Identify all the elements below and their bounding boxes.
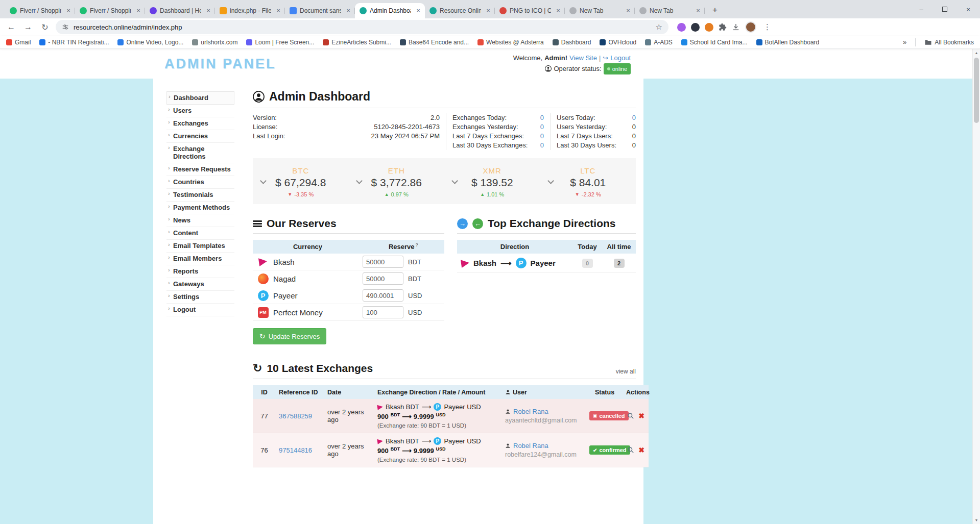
bookmark-star-icon[interactable]: ☆ [656, 22, 662, 32]
extension-icon-3[interactable] [705, 23, 713, 32]
tab-close-icon[interactable]: × [134, 7, 142, 15]
forward-button[interactable]: → [22, 21, 34, 33]
browser-tab[interactable]: New Tab × [635, 3, 705, 18]
bookmark-item[interactable]: Dashboard [553, 39, 591, 46]
bookmark-item[interactable]: urlshortx.com [192, 39, 237, 46]
bookmark-item[interactable]: A-ADS [645, 39, 673, 46]
reference-id-link[interactable]: 975144816 [279, 446, 312, 454]
sidebar-item-logout[interactable]: Logout [166, 304, 234, 316]
logout-link[interactable]: Logout [610, 54, 631, 63]
all-bookmarks-button[interactable]: All Bookmarks [924, 39, 974, 46]
scroll-down-arrow[interactable]: ▼ [973, 516, 980, 524]
delete-exchange-button[interactable]: ✖ [638, 446, 644, 454]
bookmark-item[interactable]: Gmail [6, 39, 31, 46]
sidebar-item-dashboard[interactable]: Dashboard [166, 91, 234, 105]
info-count-link[interactable]: 0 [540, 132, 544, 141]
tab-close-icon[interactable]: × [554, 7, 562, 15]
arrow-right-circle-icon[interactable]: → [457, 218, 468, 229]
window-maximize-button[interactable] [933, 0, 957, 18]
window-close-button[interactable]: × [957, 0, 980, 18]
browser-tab[interactable]: Fiverr / Shopping × [5, 3, 75, 18]
sidebar-item-news[interactable]: News [166, 214, 234, 227]
site-settings-icon[interactable] [62, 23, 69, 31]
view-exchange-button[interactable] [627, 446, 634, 454]
browser-tab-active[interactable]: Admin Dashboar... × [355, 3, 425, 18]
bookmark-item[interactable]: EzineArticles Submi... [323, 39, 391, 46]
page-scrollbar[interactable]: ▲ ▼ [972, 49, 980, 524]
reserve-amount-input[interactable] [363, 256, 403, 268]
browser-tab[interactable]: Document sans ti... × [285, 3, 355, 18]
address-bar[interactable]: resourcetech.online/admin/index.php ☆ [56, 20, 668, 34]
window-minimize-button[interactable]: – [910, 0, 933, 18]
sidebar-item-email-templates[interactable]: Email Templates [166, 240, 234, 253]
bookmark-item[interactable]: Base64 Encode and... [400, 39, 469, 46]
scrollbar-thumb[interactable] [974, 58, 979, 123]
profile-avatar[interactable] [745, 21, 756, 33]
browser-tab[interactable]: PNG to ICO | Clou... × [495, 3, 565, 18]
tab-close-icon[interactable]: × [64, 7, 73, 15]
sidebar-item-email-members[interactable]: Email Members [166, 253, 234, 265]
sidebar-item-countries[interactable]: Countries [166, 176, 234, 189]
reference-id-link[interactable]: 367588259 [279, 412, 312, 420]
sidebar-item-gateways[interactable]: Gateways [166, 278, 234, 291]
info-count-link[interactable]: 0 [632, 113, 636, 122]
url-text[interactable]: resourcetech.online/admin/index.php [74, 23, 651, 31]
bookmark-item[interactable]: School Id Card Ima... [681, 39, 748, 46]
bookmark-item[interactable]: Loom | Free Screen... [246, 39, 314, 46]
browser-tab[interactable]: index.php - Files... × [215, 3, 285, 18]
extensions-puzzle-icon[interactable] [719, 23, 727, 31]
sidebar-item-testimonials[interactable]: Testimonials [166, 189, 234, 202]
sidebar-item-content[interactable]: Content [166, 227, 234, 240]
sidebar-item-label: Reserve Requests [173, 165, 231, 173]
info-count-link[interactable]: 0 [540, 122, 544, 132]
bookmark-item[interactable]: Online Video, Logo... [117, 39, 183, 46]
extension-icon-1[interactable] [677, 23, 686, 32]
reload-button[interactable]: ↻ [39, 21, 51, 33]
view-site-link[interactable]: View Site [569, 54, 597, 63]
sidebar-item-settings[interactable]: Settings [166, 291, 234, 304]
sidebar-item-exchanges[interactable]: Exchanges [166, 117, 234, 130]
extension-icon-2[interactable] [691, 23, 700, 32]
browser-tab[interactable]: Resource Online... × [425, 3, 495, 18]
tab-close-icon[interactable]: × [344, 7, 352, 15]
site-logo[interactable]: ADMIN PANEL [164, 56, 276, 72]
bookmark-item[interactable]: OVHcloud [600, 39, 636, 46]
bookmarks-overflow-icon[interactable]: » [903, 38, 906, 46]
tab-close-icon[interactable]: × [484, 7, 492, 15]
back-button[interactable]: ← [5, 21, 17, 33]
sidebar-item-users[interactable]: Users [166, 105, 234, 117]
reserve-amount-input[interactable] [363, 272, 403, 285]
tab-close-icon[interactable]: × [694, 7, 702, 15]
browser-tab[interactable]: Dashboard | Hosti... × [145, 3, 215, 18]
view-exchange-button[interactable] [627, 412, 634, 419]
view-all-link[interactable]: view all [616, 368, 636, 375]
sidebar-item-reports[interactable]: Reports [166, 265, 234, 278]
sidebar-item-currencies[interactable]: Currencies [166, 130, 234, 143]
arrow-left-circle-icon[interactable]: ← [472, 218, 483, 229]
tab-close-icon[interactable]: × [274, 7, 282, 15]
info-count-link[interactable]: 0 [540, 141, 544, 150]
user-link[interactable]: Robel Rana [505, 408, 583, 415]
delete-exchange-button[interactable]: ✖ [638, 412, 644, 420]
new-tab-button[interactable]: + [708, 4, 722, 17]
browser-menu-icon[interactable]: ⋮ [761, 22, 773, 32]
user-link[interactable]: Robel Rana [505, 442, 583, 450]
bookmark-item[interactable]: - NBR TIN Registrati... [39, 39, 109, 46]
tab-close-icon[interactable]: × [414, 7, 422, 15]
download-icon[interactable] [732, 23, 740, 31]
help-icon[interactable]: ? [416, 242, 419, 247]
reserve-amount-input[interactable] [363, 306, 403, 318]
bookmark-item[interactable]: Websites @ Adsterra [477, 39, 544, 46]
browser-tab[interactable]: Fiverr / Shopping × [75, 3, 145, 18]
info-count-link[interactable]: 0 [540, 113, 544, 122]
sidebar-item-payment-methods[interactable]: Payment Methods [166, 202, 234, 214]
tab-close-icon[interactable]: × [624, 7, 632, 15]
sidebar-item-exchange-directions[interactable]: Exchange Directions [166, 143, 234, 163]
browser-tab[interactable]: New Tab × [565, 3, 635, 18]
scroll-up-arrow[interactable]: ▲ [973, 49, 980, 57]
reserve-amount-input[interactable] [363, 289, 403, 302]
update-reserves-button[interactable]: ↻ Update Reserves [253, 328, 326, 344]
sidebar-item-reserve-requests[interactable]: Reserve Requests [166, 163, 234, 176]
bookmark-item[interactable]: BotAllen Dashboard [756, 39, 820, 46]
tab-close-icon[interactable]: × [204, 7, 212, 15]
